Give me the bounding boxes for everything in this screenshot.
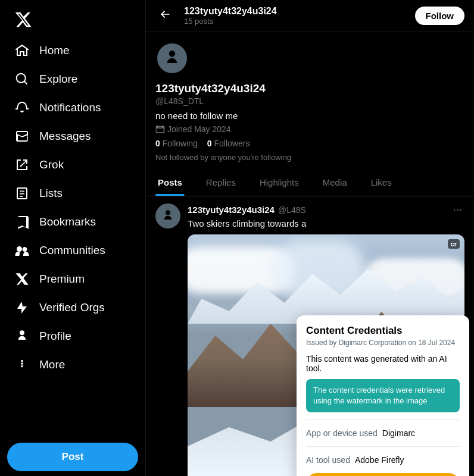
follow-button[interactable]: Follow (415, 7, 465, 25)
cc-app-field: App or device used Digimarc (306, 425, 460, 441)
back-button[interactable] (155, 5, 174, 27)
bookmark-icon (14, 214, 30, 230)
envelope-icon (14, 129, 30, 144)
sidebar-item-communities[interactable]: Communities (7, 237, 138, 264)
sidebar-item-bookmarks-label: Bookmarks (39, 215, 96, 228)
person-icon (14, 328, 30, 344)
profile-header: 123tyuty4t32y4u3i24 15 posts Follow (146, 0, 474, 32)
tab-highlights[interactable]: Highlights (248, 169, 311, 196)
content-credentials-panel: Content Credentials Issued by Digimarc C… (297, 315, 469, 476)
profile-avatar-area (155, 42, 464, 75)
header-left: 123tyuty4t32y4u3i24 15 posts (155, 5, 277, 27)
sidebar-item-lists-label: Lists (39, 187, 63, 200)
sidebar-item-profile-label: Profile (39, 330, 71, 343)
tweet-text: Two skiers climbing towards a (188, 217, 464, 230)
calendar-icon (155, 124, 165, 134)
sidebar-nav: Home Explore Notifications Messages (7, 37, 138, 438)
header-title-block: 123tyuty4t32y4u3i24 15 posts (184, 6, 277, 26)
sidebar-item-notifications[interactable]: Notifications (7, 94, 138, 121)
tweet-avatar-icon (161, 209, 175, 223)
cc-subtitle: Issued by Digimarc Corporation on 18 Jul… (306, 338, 460, 348)
profile-stats: 0 Following 0 Followers (155, 139, 464, 148)
profile-display-name: 123tyuty4t32y4u3i24 (155, 82, 464, 95)
search-icon (14, 71, 30, 87)
cc-ai-note: This content was generated with an AI to… (306, 354, 460, 373)
tab-replies[interactable]: Replies (194, 169, 248, 196)
sidebar-item-messages[interactable]: Messages (7, 123, 138, 150)
cc-ai-tool-label: AI tool used (306, 455, 350, 465)
tweet-more-button[interactable]: ··· (451, 203, 464, 216)
bell-icon (14, 100, 30, 115)
sidebar-item-verified-orgs[interactable]: Verified Orgs (7, 294, 138, 321)
cc-ai-tool-field: AI tool used Adobe Firefly (306, 452, 460, 468)
cc-divider1 (306, 419, 460, 420)
sidebar-item-more-label: More (39, 358, 65, 371)
sidebar-item-more[interactable]: More (7, 351, 138, 378)
tab-media[interactable]: Media (311, 169, 359, 196)
cc-app-label: App or device used (306, 428, 378, 438)
header-post-count: 15 posts (184, 17, 277, 26)
dots-icon (14, 357, 30, 372)
grok-icon (14, 157, 30, 173)
sidebar-item-notifications-label: Notifications (39, 101, 101, 114)
profile-handle: @L48S_DTL (155, 96, 464, 106)
avatar-icon (163, 49, 182, 68)
sidebar-item-premium-label: Premium (39, 273, 85, 286)
profile-joined: Joined May 2024 (155, 124, 464, 134)
posts-area: 123tyuty4t32y4u3i24 @L48S ··· Two skiers… (146, 196, 474, 476)
sidebar-item-lists[interactable]: Lists (7, 180, 138, 207)
cc-divider2 (306, 446, 460, 447)
tweet-avatar (155, 203, 180, 228)
lightning-icon (14, 300, 30, 315)
followers-stat[interactable]: 0 Followers (207, 139, 250, 148)
tweet-username: 123tyuty4t32y4u3i24 (188, 205, 275, 215)
inspect-button[interactable]: Inspect (306, 473, 460, 476)
x-logo-icon (14, 11, 32, 29)
header-username: 123tyuty4t32y4u3i24 (184, 6, 277, 17)
cc-highlight-box: The content credentials were retrieved u… (306, 379, 460, 412)
sidebar-item-profile[interactable]: Profile (7, 322, 138, 350)
cc-app-value: Digimarc (382, 428, 415, 438)
sidebar-item-communities-label: Communities (39, 244, 105, 257)
profile-bio: no need to follow me (155, 111, 464, 121)
sidebar-item-verified-orgs-label: Verified Orgs (39, 301, 105, 314)
tab-likes[interactable]: Likes (359, 169, 404, 196)
cc-ai-tool-value: Adobe Firefly (355, 455, 404, 465)
sidebar: Home Explore Notifications Messages (0, 0, 146, 476)
sidebar-item-messages-label: Messages (39, 130, 91, 143)
avatar (155, 42, 189, 75)
tweet-meta: 123tyuty4t32y4u3i24 @L48S ··· (188, 203, 464, 216)
sidebar-item-explore[interactable]: Explore (7, 65, 138, 93)
tweet-handle: @L48S (278, 205, 306, 215)
post-button[interactable]: Post (7, 443, 138, 471)
cr-badge: cr (448, 239, 460, 249)
sidebar-item-grok-label: Grok (39, 158, 64, 171)
sidebar-item-premium[interactable]: Premium (7, 265, 138, 293)
sidebar-item-home-label: Home (39, 44, 70, 57)
profile-tabs: Posts Replies Highlights Media Likes (146, 169, 474, 196)
cc-title: Content Credentials (306, 325, 460, 337)
x-logo[interactable] (7, 5, 138, 35)
home-icon (14, 43, 30, 58)
joined-text: Joined May 2024 (167, 124, 231, 134)
tab-posts[interactable]: Posts (146, 169, 194, 196)
list-icon (14, 186, 30, 201)
sidebar-item-explore-label: Explore (39, 73, 77, 86)
main-content: 123tyuty4t32y4u3i24 15 posts Follow 123t… (146, 0, 474, 476)
sidebar-item-bookmarks[interactable]: Bookmarks (7, 208, 138, 236)
not-followed-text: Not followed by anyone you're following (155, 153, 464, 162)
communities-icon (14, 243, 30, 258)
profile-info: 123tyuty4t32y4u3i24 @L48S_DTL no need to… (146, 32, 474, 162)
sidebar-item-home[interactable]: Home (7, 37, 138, 64)
sidebar-item-grok[interactable]: Grok (7, 151, 138, 178)
premium-x-icon (14, 271, 30, 287)
following-stat[interactable]: 0 Following (155, 139, 198, 148)
